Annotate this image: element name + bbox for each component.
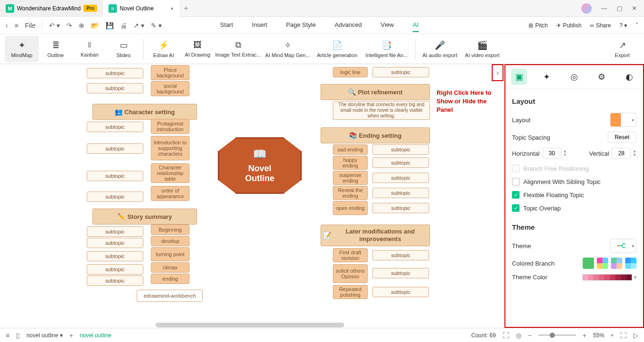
plot-refinement-header[interactable]: 🔍Plot refinement (321, 84, 430, 100)
subtopic-node[interactable]: subtopic (87, 68, 143, 78)
layout-tab[interactable]: ▣ (511, 69, 527, 85)
breadcrumb-root[interactable]: novel outline ▾ (26, 332, 63, 339)
redo-button[interactable]: ↷ (66, 22, 72, 29)
later-mods-header[interactable]: 📝Later modifications and improvements (321, 225, 430, 246)
logic-line-node[interactable]: logic line (333, 67, 368, 77)
back-button[interactable]: ‹ (6, 22, 8, 29)
appearance-order-node[interactable]: order of appearance (151, 186, 190, 201)
branch-color-2[interactable] (597, 258, 608, 269)
center-icon[interactable]: ◎ (516, 332, 521, 339)
subtopic-node[interactable]: subtopic (87, 251, 143, 261)
edraw-ai[interactable]: ⚡Edraw AI (147, 36, 181, 62)
subtopic-node[interactable]: subtopic (372, 287, 429, 297)
ending-node[interactable]: ending (151, 274, 190, 284)
reveal-ending-node[interactable]: Reveal the ending (333, 186, 368, 200)
horizontal-input[interactable] (543, 148, 561, 159)
menu-start[interactable]: Start (220, 18, 233, 32)
h-spin[interactable]: ▲▼ (563, 150, 567, 157)
character-setting-header[interactable]: 👥Character setting (92, 104, 197, 120)
solicit-opinion-node[interactable]: solicit others Opinion (333, 264, 368, 283)
happy-ending-node[interactable]: happy ending (333, 156, 368, 170)
subtopic-node[interactable]: subtopic (87, 83, 143, 93)
avatar[interactable] (581, 3, 592, 14)
settings-tab[interactable]: ⚙ (594, 69, 610, 85)
workbench-node[interactable]: edrawmind-workbench (137, 290, 203, 302)
place-background-node[interactable]: Place background (151, 65, 190, 80)
file-menu[interactable]: File (25, 22, 36, 29)
export-button[interactable]: ↗Export (605, 36, 639, 62)
menu-page-style[interactable]: Page Style (286, 18, 316, 32)
zoom-slider[interactable] (538, 334, 576, 336)
add-button[interactable]: ⊕ (79, 22, 84, 29)
subtopic-node[interactable]: subtopic (372, 173, 429, 183)
style-tab[interactable]: ✦ (539, 69, 555, 85)
export-qbtn[interactable]: ↗ ▾ (133, 22, 144, 29)
beginning-node[interactable]: Beginning (151, 225, 190, 235)
branch-color-3[interactable] (611, 258, 622, 269)
sad-ending-node[interactable]: sad ending (333, 144, 368, 155)
outline-view[interactable]: ≣Outline (39, 36, 73, 62)
panel-toggle[interactable]: › (492, 64, 504, 81)
repeated-polishing-node[interactable]: Repeated polishing (333, 285, 368, 299)
outline-list-icon[interactable]: ≡ (6, 332, 9, 339)
turning-point-node[interactable]: turning point (151, 247, 190, 261)
subtopic-node[interactable]: subtopic (372, 188, 429, 198)
panel-icon[interactable]: ▯ (16, 332, 20, 339)
edit-qbtn[interactable]: ✎ ▾ (151, 22, 162, 29)
subtopic-node[interactable]: subtopic (372, 250, 429, 260)
theme-color-dropdown[interactable]: ▾ (634, 275, 636, 280)
hamburger-icon[interactable]: ≡ (15, 22, 18, 29)
subtopic-node[interactable]: subtopic (372, 158, 429, 168)
subtopic-node[interactable]: subtopic (87, 275, 143, 286)
theme-selector[interactable]: ▾ (610, 239, 636, 253)
branch-color-1[interactable] (583, 258, 594, 269)
mindmap-view[interactable]: ✦MindMap (5, 36, 39, 62)
subtopic-node[interactable]: subtopic (87, 238, 143, 248)
kanban-view[interactable]: ⫴Kanban (73, 36, 107, 62)
vertical-input[interactable] (612, 148, 631, 159)
ai-drawing[interactable]: 🖼AI Drawing (181, 36, 215, 62)
climax-node[interactable]: climax (151, 262, 190, 273)
intelligent-file-analysis[interactable]: 📑Intelligent file An... (361, 36, 413, 62)
fit-icon[interactable]: ⛶ (503, 332, 509, 339)
minimize-icon[interactable]: — (601, 5, 607, 12)
zoom-in[interactable]: + (583, 332, 586, 339)
ai-mindmap-gen[interactable]: ✧AI Mind Map Gen... (262, 36, 314, 62)
subtopic-node[interactable]: subtopic (87, 171, 143, 181)
subtopic-node[interactable]: subtopic (372, 144, 429, 155)
align-sibling-checkbox[interactable] (512, 178, 520, 185)
zoom-out[interactable]: − (528, 332, 532, 339)
theme-color-strip[interactable] (582, 274, 632, 281)
document-tab[interactable]: ≡ Novel Outline ● (103, 0, 179, 17)
image-text-extract[interactable]: ⧉Image Text Extrac... (215, 36, 262, 62)
root-node[interactable]: 📖 Novel Outline (218, 137, 302, 194)
collapse-ribbon[interactable]: ˄ (636, 22, 638, 29)
layout-selector[interactable] (610, 113, 636, 127)
subtopic-node[interactable]: subtopic (372, 203, 429, 213)
subtopic-node[interactable]: subtopic (87, 192, 143, 202)
open-ending-node[interactable]: open ending (333, 201, 368, 215)
plot-description-node[interactable]: The storyline that connects every big an… (333, 101, 430, 120)
subtopic-node[interactable]: subtopic (372, 268, 429, 278)
ai-audio-export[interactable]: 🎤AI audio export (419, 36, 461, 62)
suspense-ending-node[interactable]: suspense ending (333, 171, 368, 185)
develop-node[interactable]: develop (151, 236, 190, 246)
first-draft-node[interactable]: First draft revision (333, 248, 368, 262)
publish-button[interactable]: ✈Publish (556, 22, 581, 29)
reset-button[interactable]: Reset (608, 132, 636, 143)
v-spin[interactable]: ▲▼ (633, 150, 636, 157)
flexible-floating-checkbox[interactable]: ✓ (512, 191, 520, 199)
print-button[interactable]: 🖨 (120, 22, 127, 29)
menu-view[interactable]: View (381, 18, 394, 32)
pitch-button[interactable]: ⊞Pitch (528, 22, 548, 29)
branch-color-4[interactable] (625, 258, 636, 269)
add-crumb[interactable]: + (69, 332, 73, 339)
ai-video-export[interactable]: 🎬AI video export (461, 36, 504, 62)
fullscreen-icon[interactable]: ⛶ (620, 332, 627, 339)
horizontal-scrollbar[interactable] (156, 323, 344, 327)
subtopic-node[interactable]: subtopic (87, 122, 143, 132)
breadcrumb-current[interactable]: novel outline (80, 332, 111, 339)
mindmap-canvas[interactable]: subtopic Place background subtopic socia… (0, 64, 644, 328)
subtopic-node[interactable]: subtopic (372, 67, 429, 77)
menu-advanced[interactable]: Advanced (335, 18, 362, 32)
